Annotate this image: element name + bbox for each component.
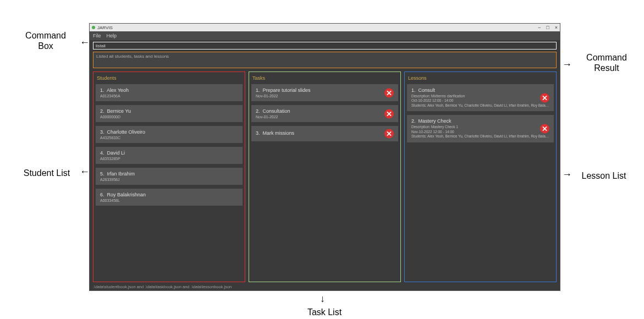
lessons-header: Lessons <box>408 75 553 81</box>
menu-help[interactable]: Help <box>107 33 117 38</box>
delete-button[interactable] <box>540 124 549 133</box>
annotation-task-list: Task List <box>297 307 352 317</box>
annotation-command-result: Command Result <box>576 52 637 73</box>
close-icon <box>387 131 392 136</box>
close-icon <box>387 111 392 116</box>
tasks-header: Tasks <box>252 75 397 81</box>
close-icon <box>542 126 547 131</box>
app-icon <box>92 26 95 29</box>
command-input[interactable] <box>96 43 554 48</box>
arrow-icon: ← <box>80 166 90 178</box>
delete-button[interactable] <box>384 88 394 97</box>
window-maximize-button[interactable]: □ <box>546 25 549 30</box>
arrow-icon: → <box>562 59 572 70</box>
list-item[interactable]: 2. Bernice Yu A0000000D <box>96 105 243 122</box>
command-result: Listed all students, tasks and lessons <box>93 52 557 68</box>
list-item[interactable]: 2. Mastery Check Description: Mastery Ch… <box>407 115 554 142</box>
menubar: File Help <box>90 31 560 40</box>
list-item[interactable]: 2. Consultation Nov-01-2022 <box>251 105 398 122</box>
command-box[interactable] <box>93 42 557 50</box>
close-icon <box>387 90 392 95</box>
arrow-icon: ↓ <box>320 293 325 305</box>
app-title: JARVIS <box>97 25 113 30</box>
delete-button[interactable] <box>384 129 394 139</box>
list-item[interactable]: 1. Prepare tutorial slides Nov-01-2022 <box>251 84 398 101</box>
window-close-button[interactable]: × <box>555 25 558 30</box>
delete-button[interactable] <box>540 93 549 102</box>
close-icon <box>542 95 547 100</box>
list-item[interactable]: 6. Roy Balakrishnan A0033458L <box>96 189 243 206</box>
list-item[interactable]: 3. Charlotte Oliveiro A4325833C <box>96 126 243 143</box>
tasks-panel: Tasks 1. Prepare tutorial slides Nov-01-… <box>249 72 401 282</box>
menu-file[interactable]: File <box>93 33 101 38</box>
students-header: Students <box>97 75 241 81</box>
arrow-icon: ← <box>80 37 90 48</box>
annotation-student-list: Student List <box>19 168 74 178</box>
list-item[interactable]: 1. Alex Yeoh A0123456A <box>96 84 243 101</box>
main-panels: Students 1. Alex Yeoh A0123456A 2. Berni… <box>93 72 557 282</box>
lessons-panel: Lessons 1. Consult Description: Midterms… <box>404 72 557 282</box>
annotation-command-box: Command Box <box>15 30 76 51</box>
students-panel: Students 1. Alex Yeoh A0123456A 2. Berni… <box>93 72 245 282</box>
app-window: JARVIS − □ × File Help Listed all studen… <box>89 23 560 291</box>
list-item[interactable]: 3. Mark missions <box>251 126 398 141</box>
annotation-lesson-list: Lesson List <box>576 170 631 181</box>
arrow-icon: → <box>562 169 572 180</box>
list-item[interactable]: 4. David Li A8353285P <box>96 147 243 164</box>
list-item[interactable]: 5. Irfan Ibrahim A2833958J <box>96 168 243 185</box>
titlebar: JARVIS − □ × <box>90 24 560 31</box>
delete-button[interactable] <box>384 109 394 118</box>
list-item[interactable]: 1. Consult Description: Midterms clarifi… <box>407 84 554 111</box>
window-minimize-button[interactable]: − <box>538 25 541 30</box>
statusbar: .\data\studentbook.json and .\data\taskb… <box>90 283 560 290</box>
